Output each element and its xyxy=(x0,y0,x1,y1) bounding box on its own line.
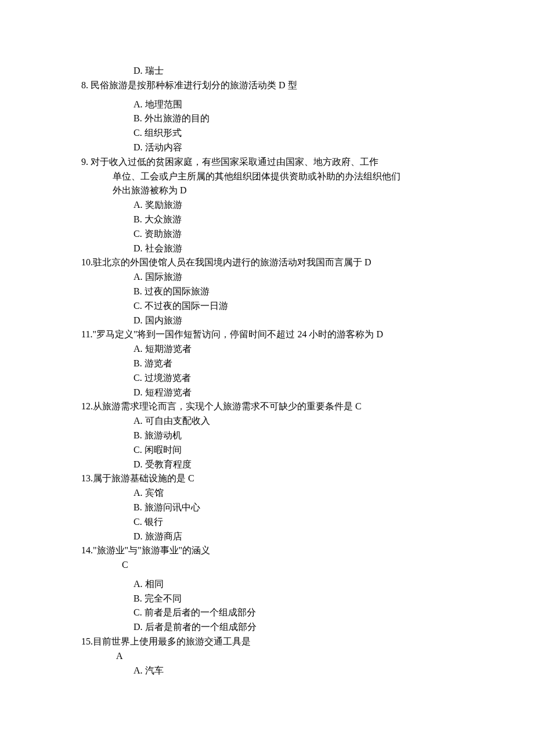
q10-option-d: D. 国内旅游 xyxy=(81,314,453,328)
q12-option-c: C. 闲暇时间 xyxy=(81,443,453,458)
q13-stem: 13.属于旅游基础设施的是 C xyxy=(81,471,453,486)
document-page: D. 瑞士 8. 民俗旅游是按那种标准进行划分的旅游活动类 D 型 A. 地理范… xyxy=(0,0,534,724)
q8-stem: 8. 民俗旅游是按那种标准进行划分的旅游活动类 D 型 xyxy=(81,78,453,93)
q11-option-d: D. 短程游览者 xyxy=(81,386,453,400)
q14-answer: C xyxy=(81,558,453,573)
q14-option-c: C. 前者是后者的一个组成部分 xyxy=(81,606,453,620)
q12-option-a: A. 可自由支配收入 xyxy=(81,414,453,429)
q9-stem-line2: 单位、工会或户主所属的其他组织团体提供资助或补助的办法组织他们 xyxy=(81,170,453,184)
q7-option-d: D. 瑞士 xyxy=(81,64,453,78)
q8-option-d: D. 活动内容 xyxy=(81,141,453,155)
spacer xyxy=(81,93,453,98)
q14-option-a: A. 相同 xyxy=(81,577,453,592)
q15-answer: A xyxy=(81,649,453,664)
q10-option-a: A. 国际旅游 xyxy=(81,270,453,285)
q14-stem: 14."旅游业"与"旅游事业"的涵义 xyxy=(81,543,453,558)
spacer xyxy=(81,573,453,577)
q13-option-d: D. 旅游商店 xyxy=(81,530,453,544)
q12-option-b: B. 旅游动机 xyxy=(81,429,453,443)
q8-option-a: A. 地理范围 xyxy=(81,98,453,112)
q11-stem: 11."罗马定义"将到一国作短暂访问，停留时间不超过 24 小时的游客称为 D xyxy=(81,327,453,342)
q12-option-d: D. 受教育程度 xyxy=(81,458,453,472)
q15-option-a: A. 汽车 xyxy=(81,664,453,678)
q14-option-d: D. 后者是前者的一个组成部分 xyxy=(81,620,453,635)
q15-stem: 15.目前世界上使用最多的旅游交通工具是 xyxy=(81,635,453,649)
q9-option-d: D. 社会旅游 xyxy=(81,242,453,256)
q8-option-c: C. 组织形式 xyxy=(81,126,453,141)
q11-option-c: C. 过境游览者 xyxy=(81,371,453,386)
q9-stem-line3: 外出旅游被称为 D xyxy=(81,183,453,198)
q11-option-a: A. 短期游览者 xyxy=(81,342,453,357)
q11-option-b: B. 游览者 xyxy=(81,357,453,371)
q13-option-a: A. 宾馆 xyxy=(81,486,453,501)
q9-option-a: A. 奖励旅游 xyxy=(81,198,453,213)
q8-option-b: B. 外出旅游的目的 xyxy=(81,111,453,126)
q14-option-b: B. 完全不同 xyxy=(81,592,453,606)
q9-option-c: C. 资助旅游 xyxy=(81,227,453,242)
q9-option-b: B. 大众旅游 xyxy=(81,213,453,227)
q12-stem: 12.从旅游需求理论而言，实现个人旅游需求不可缺少的重要条件是 C xyxy=(81,399,453,414)
q13-option-c: C. 银行 xyxy=(81,515,453,530)
q10-option-c: C. 不过夜的国际一日游 xyxy=(81,299,453,314)
q13-option-b: B. 旅游问讯中心 xyxy=(81,501,453,515)
q9-stem-line1: 9. 对于收入过低的贫困家庭，有些国家采取通过由国家、地方政府、工作 xyxy=(81,155,453,170)
q10-stem: 10.驻北京的外国使馆人员在我国境内进行的旅游活动对我国而言属于 D xyxy=(81,255,453,270)
q10-option-b: B. 过夜的国际旅游 xyxy=(81,285,453,299)
